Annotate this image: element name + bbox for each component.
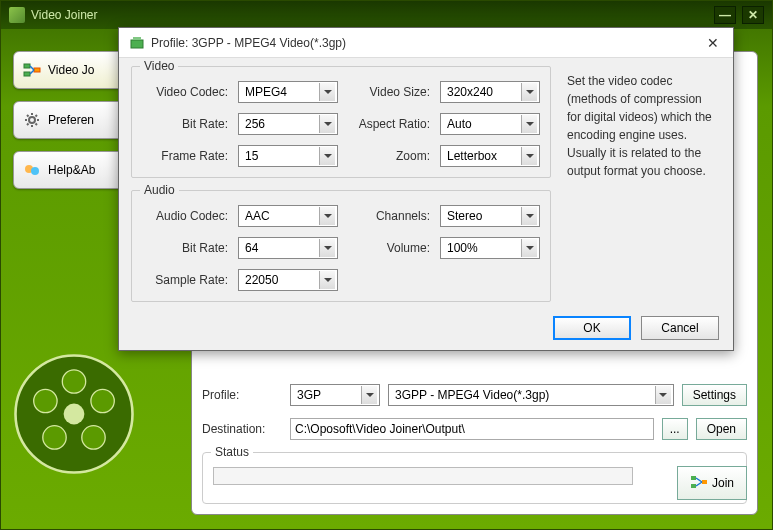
svg-point-8 — [62, 370, 85, 393]
titlebar: Video Joiner — ✕ — [1, 1, 772, 29]
chevron-down-icon — [319, 115, 335, 133]
profile-format-select[interactable]: 3GP — [290, 384, 380, 406]
sidebar-item-label: Help&Ab — [48, 163, 95, 177]
main-window: Video Joiner — ✕ Video Jo Preferen Help&… — [0, 0, 773, 530]
close-button[interactable]: ✕ — [742, 6, 764, 24]
svg-point-9 — [91, 389, 114, 412]
settings-button[interactable]: Settings — [682, 384, 747, 406]
chevron-down-icon — [361, 386, 377, 404]
svg-point-12 — [34, 389, 57, 412]
svg-point-7 — [64, 404, 85, 425]
status-group: Status — [202, 452, 747, 504]
video-group: Video Video Codec: MPEG4 Video Size: 320… — [131, 66, 551, 178]
video-bitrate-label: Bit Rate: — [142, 117, 232, 131]
audio-codec-select[interactable]: AAC — [238, 205, 338, 227]
film-reel-decoration — [9, 349, 139, 479]
profile-detail-select[interactable]: 3GPP - MPEG4 Video(*.3gp) — [388, 384, 674, 406]
chevron-down-icon — [319, 147, 335, 165]
audio-bitrate-select[interactable]: 64 — [238, 237, 338, 259]
audio-group: Audio Audio Codec: AAC Channels: Stereo … — [131, 190, 551, 302]
chevron-down-icon — [655, 386, 671, 404]
chevron-down-icon — [521, 83, 537, 101]
chevron-down-icon — [319, 239, 335, 257]
frame-rate-select[interactable]: 15 — [238, 145, 338, 167]
sidebar-item-label: Preferen — [48, 113, 94, 127]
destination-input[interactable] — [290, 418, 654, 440]
channels-label: Channels: — [344, 209, 434, 223]
status-label: Status — [211, 445, 253, 459]
sidebar-item-video-joiner[interactable]: Video Jo — [13, 51, 133, 89]
sidebar-item-label: Video Jo — [48, 63, 94, 77]
volume-select[interactable]: 100% — [440, 237, 540, 259]
svg-point-10 — [82, 426, 105, 449]
svg-rect-18 — [131, 40, 143, 48]
audio-group-title: Audio — [140, 183, 179, 197]
channels-select[interactable]: Stereo — [440, 205, 540, 227]
join-icon — [690, 474, 708, 493]
svg-rect-1 — [24, 72, 30, 76]
aspect-ratio-label: Aspect Ratio: — [344, 117, 434, 131]
frame-rate-label: Frame Rate: — [142, 149, 232, 163]
profile-dialog: Profile: 3GPP - MPEG4 Video(*.3gp) ✕ Vid… — [118, 27, 734, 351]
svg-rect-13 — [691, 476, 696, 480]
profile-icon — [129, 35, 145, 51]
volume-label: Volume: — [344, 241, 434, 255]
svg-point-5 — [31, 167, 39, 175]
destination-label: Destination: — [202, 422, 282, 436]
chevron-down-icon — [319, 271, 335, 289]
video-size-select[interactable]: 320x240 — [440, 81, 540, 103]
minimize-button[interactable]: — — [714, 6, 736, 24]
dialog-title: Profile: 3GPP - MPEG4 Video(*.3gp) — [151, 36, 346, 50]
svg-point-11 — [43, 426, 66, 449]
video-codec-select[interactable]: MPEG4 — [238, 81, 338, 103]
progress-bar — [213, 467, 633, 485]
dialog-close-button[interactable]: ✕ — [703, 33, 723, 53]
chevron-down-icon — [521, 239, 537, 257]
zoom-label: Zoom: — [344, 149, 434, 163]
svg-rect-19 — [133, 37, 141, 40]
svg-point-3 — [29, 117, 35, 123]
sidebar-item-preferences[interactable]: Preferen — [13, 101, 133, 139]
svg-rect-14 — [691, 484, 696, 488]
zoom-select[interactable]: Letterbox — [440, 145, 540, 167]
audio-codec-label: Audio Codec: — [142, 209, 232, 223]
open-button[interactable]: Open — [696, 418, 747, 440]
app-title: Video Joiner — [31, 8, 98, 22]
dialog-titlebar: Profile: 3GPP - MPEG4 Video(*.3gp) ✕ — [119, 28, 733, 58]
join-button[interactable]: Join — [677, 466, 747, 500]
profile-label: Profile: — [202, 388, 282, 402]
video-group-title: Video — [140, 59, 178, 73]
aspect-ratio-select[interactable]: Auto — [440, 113, 540, 135]
help-text: Set the video codec (methods of compress… — [563, 66, 721, 314]
audio-bitrate-label: Bit Rate: — [142, 241, 232, 255]
video-joiner-icon — [22, 60, 42, 80]
chevron-down-icon — [319, 83, 335, 101]
app-icon — [9, 7, 25, 23]
sidebar: Video Jo Preferen Help&Ab — [13, 51, 133, 201]
chevron-down-icon — [521, 147, 537, 165]
chevron-down-icon — [521, 115, 537, 133]
video-codec-label: Video Codec: — [142, 85, 232, 99]
video-bitrate-select[interactable]: 256 — [238, 113, 338, 135]
sample-rate-select[interactable]: 22050 — [238, 269, 338, 291]
cancel-button[interactable]: Cancel — [641, 316, 719, 340]
chevron-down-icon — [521, 207, 537, 225]
help-icon — [22, 160, 42, 180]
chevron-down-icon — [319, 207, 335, 225]
svg-rect-0 — [24, 64, 30, 68]
gear-icon — [22, 110, 42, 130]
browse-button[interactable]: ... — [662, 418, 688, 440]
sidebar-item-help[interactable]: Help&Ab — [13, 151, 133, 189]
sample-rate-label: Sample Rate: — [142, 273, 232, 287]
svg-rect-2 — [34, 68, 40, 72]
video-size-label: Video Size: — [344, 85, 434, 99]
svg-rect-15 — [702, 480, 707, 484]
ok-button[interactable]: OK — [553, 316, 631, 340]
